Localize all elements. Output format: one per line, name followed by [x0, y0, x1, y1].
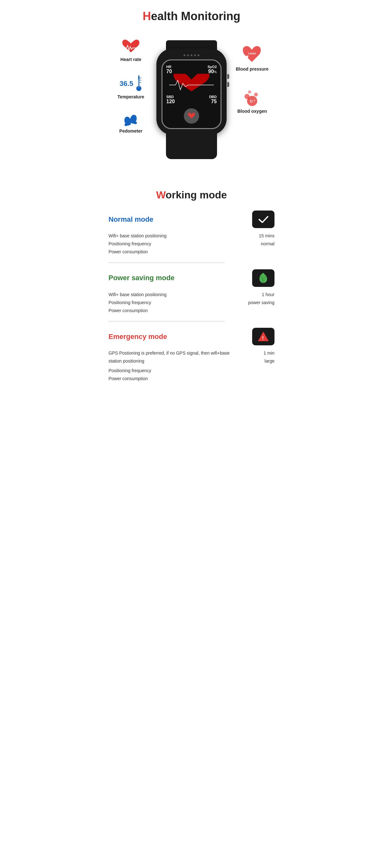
- spo2-label: SpO2: [192, 65, 217, 69]
- right-features: 120/80 Blood pressure O 2 B: [223, 33, 281, 114]
- working-title-w: W: [156, 189, 166, 200]
- heart-rate-label: Heart rate: [120, 57, 141, 62]
- power-saving-mode-right: 1 hour power saving: [236, 291, 275, 307]
- emergency-freq-value: 1 min: [236, 349, 275, 357]
- health-title-h: H: [143, 9, 151, 23]
- power-saving-mode-details: Wifi+ base station positioning Positioni…: [108, 291, 275, 315]
- normal-mode-text-2: Positioning frequency: [108, 240, 236, 248]
- dot-4: [194, 54, 196, 56]
- divider-2: [108, 321, 225, 321]
- svg-point-13: [244, 94, 250, 99]
- feature-heart-rate: Heart rate: [120, 39, 141, 62]
- normal-mode-right: 15 mins normal: [236, 232, 275, 248]
- left-features: Heart rate 36.5 Temperature: [102, 33, 160, 133]
- spo2-unit: %: [214, 70, 217, 74]
- dbd-value: 75: [192, 99, 217, 104]
- feature-blood-pressure: 120/80 Blood pressure: [236, 45, 269, 71]
- emergency-power-value: large: [236, 357, 275, 365]
- feature-blood-oxygen: O 2 Blood oxygen: [238, 88, 267, 114]
- emergency-text-1: GPS Postioning is preferred, if no GPS s…: [108, 349, 236, 365]
- emergency-mode-block: Emergency mode ! GPS Postioning is prefe…: [108, 328, 275, 383]
- temp-value: 36.5: [120, 80, 133, 88]
- emergency-text-3: Power consumption: [108, 375, 236, 383]
- power-saving-mode-left: Wifi+ base station positioning Positioni…: [108, 291, 236, 315]
- health-section: Health Monitoring Heart rate 36.5: [96, 0, 287, 180]
- svg-text:!: !: [262, 336, 264, 341]
- normal-mode-details: Wifi+ base station positioning Positioni…: [108, 232, 275, 256]
- sbd-value: 120: [166, 99, 191, 104]
- normal-mode-text-3: Power consumption: [108, 248, 236, 256]
- working-title-rest: orking mode: [166, 189, 227, 200]
- heart-button[interactable]: [166, 108, 217, 124]
- emergency-warning-icon: !: [257, 331, 269, 342]
- dot-5: [198, 54, 200, 56]
- svg-rect-2: [139, 80, 139, 88]
- power-saving-text-3: Power consumption: [108, 307, 236, 315]
- normal-mode-check-icon: [258, 215, 269, 224]
- hr-label: HR: [166, 65, 191, 69]
- emergency-mode-title: Emergency mode: [108, 333, 167, 341]
- heart-btn-circle[interactable]: [184, 108, 199, 124]
- emergency-mode-icon-box: !: [252, 328, 275, 345]
- power-saving-power-value: power saving: [236, 299, 275, 307]
- watch-body: HR 70 SpO2 90%: [156, 49, 227, 135]
- power-saving-mode-title: Power saving mode: [108, 274, 175, 282]
- hr-section: HR 70: [166, 65, 191, 74]
- power-saving-mode-icon-box: [252, 269, 275, 287]
- power-saving-freq-value: 1 hour: [236, 291, 275, 299]
- spo2-section: SpO2 90%: [192, 65, 217, 74]
- pedometer-icon: [122, 112, 139, 126]
- emergency-mode-left: GPS Postioning is preferred, if no GPS s…: [108, 349, 236, 383]
- temperature-label: Temperature: [117, 94, 144, 99]
- svg-point-11: [246, 56, 248, 58]
- thermometer-icon: [136, 75, 142, 92]
- hr-value: 70: [166, 69, 191, 74]
- heart-display: [166, 74, 217, 94]
- svg-text:2: 2: [254, 99, 255, 102]
- power-saving-text-1: Wifi+ base station positioning: [108, 291, 236, 299]
- normal-mode-left: Wifi+ base station positioning Positioni…: [108, 232, 236, 256]
- dbd-label: DBD: [192, 95, 217, 99]
- svg-text:120/80: 120/80: [248, 52, 256, 55]
- emergency-text-2: Positioning frequency: [108, 367, 236, 375]
- blood-oxygen-icon: O 2: [243, 88, 262, 107]
- pedometer-label: Pedometer: [119, 128, 142, 133]
- spo2-value: 90%: [192, 69, 217, 74]
- emergency-mode-right: 1 min large: [236, 349, 275, 365]
- power-saving-mode-header: Power saving mode: [108, 269, 275, 287]
- dbd-section: DBD 75: [192, 95, 217, 104]
- dot-2: [187, 54, 189, 56]
- heart-btn-icon: [188, 113, 195, 119]
- normal-power-value: normal: [236, 240, 275, 248]
- sbd-section: SBD 120: [166, 95, 191, 104]
- health-title-rest: ealth Monitoring: [151, 9, 240, 23]
- power-saving-leaf-icon: [258, 272, 269, 284]
- svg-point-14: [254, 93, 258, 96]
- emergency-mode-header: Emergency mode !: [108, 328, 275, 345]
- svg-text:O: O: [250, 99, 253, 103]
- dot-1: [183, 54, 185, 56]
- working-section: Working mode Normal mode Wifi+ base stat…: [96, 180, 287, 399]
- watch-screen: HR 70 SpO2 90%: [162, 59, 221, 129]
- normal-mode-header: Normal mode: [108, 211, 275, 228]
- sbd-label: SBD: [166, 95, 191, 99]
- feature-temperature: 36.5 Temperature: [117, 75, 144, 99]
- watch-container: HR 70 SpO2 90%: [156, 40, 227, 159]
- normal-mode-block: Normal mode Wifi+ base station positioni…: [108, 211, 275, 256]
- normal-mode-title: Normal mode: [108, 215, 153, 224]
- health-title: Health Monitoring: [102, 9, 281, 23]
- watch-strap-bottom: [166, 133, 217, 159]
- emergency-mode-details: GPS Postioning is preferred, if no GPS s…: [108, 349, 275, 383]
- watch-dots: [162, 54, 221, 56]
- heart-rate-icon: [121, 39, 140, 55]
- screen-top-data: HR 70 SpO2 90%: [166, 65, 217, 74]
- watch-side-btn-1: [227, 74, 229, 79]
- blood-oxygen-label: Blood oxygen: [238, 108, 267, 114]
- normal-mode-text-1: Wifi+ base station positioning: [108, 232, 236, 240]
- feature-pedometer: Pedometer: [119, 112, 142, 133]
- divider-1: [108, 262, 225, 263]
- working-title: Working mode: [108, 189, 275, 201]
- normal-freq-value: 15 mins: [236, 232, 275, 240]
- svg-point-15: [248, 90, 251, 94]
- heart-svg: [168, 74, 215, 95]
